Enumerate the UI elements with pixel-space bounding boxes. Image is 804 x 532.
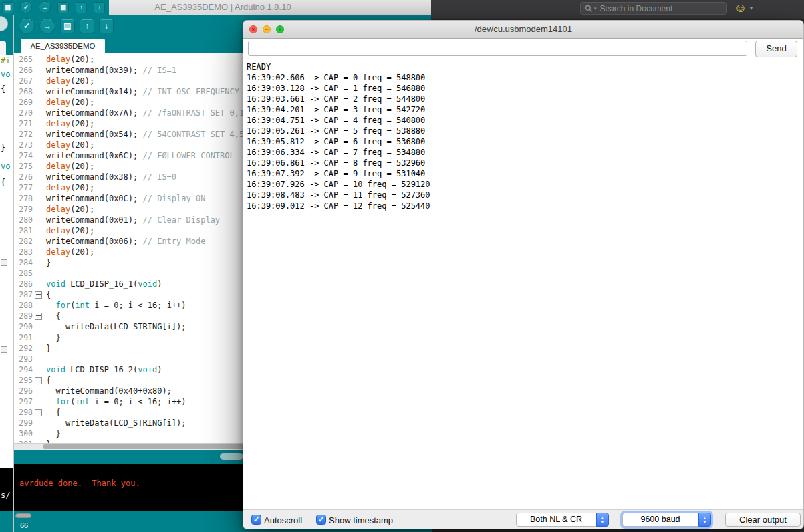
line-ending-dropdown[interactable]: Both NL & CR ▴▾: [516, 513, 609, 527]
emoji-smiley-icon[interactable]: ☺: [734, 1, 747, 15]
serial-output-line: 16:39:08.483 -> CAP = 11 freq = 527360: [247, 190, 801, 201]
serial-send-input[interactable]: [248, 41, 747, 56]
line-number: 268: [14, 87, 33, 96]
search-input[interactable]: ▾ Search in Document: [580, 2, 727, 15]
line-number: 270: [14, 108, 33, 118]
line-number: 295: [14, 376, 33, 385]
serial-output-line: 16:39:04.751 -> CAP = 4 freq = 540800: [247, 115, 801, 126]
code-text: delay(20);: [46, 54, 94, 65]
console-text-fragment: s/: [1, 491, 10, 500]
code-fold-icon[interactable]: [35, 313, 42, 320]
code-text: void LCD_DISP_16_2(void): [46, 364, 162, 375]
code-text: delay(20);: [46, 225, 94, 236]
line-number: 273: [14, 140, 33, 150]
line-number: 271: [14, 119, 33, 128]
background-editor-fragment: #ivo{}vo{: [0, 55, 13, 468]
search-options-caret-icon: ▾: [594, 6, 597, 11]
line-number-indicator: 66: [20, 521, 28, 529]
verify-button[interactable]: ✓: [19, 18, 35, 34]
show-timestamp-checkbox[interactable]: ✓: [316, 515, 326, 525]
upload-button[interactable]: →: [39, 18, 55, 34]
line-number: 288: [14, 301, 33, 310]
line-number: 266: [14, 65, 33, 75]
line-number: 296: [14, 386, 33, 396]
verify-button[interactable]: ✓: [20, 1, 32, 13]
new-sketch-button[interactable]: ▤: [57, 2, 69, 13]
background-app-toolbar: ▾ Search in Document ☺ ▾: [431, 0, 804, 20]
code-text: {: [46, 289, 51, 300]
serial-output-line: 16:39:03.661 -> CAP = 2 freq = 544800: [247, 94, 801, 104]
sketch-tab[interactable]: AE_AS3935DEMO: [21, 39, 105, 53]
code-fragment: vo: [1, 70, 10, 79]
clear-output-button[interactable]: Clear output: [725, 513, 801, 527]
send-button-label: Send: [766, 43, 786, 53]
code-text: }: [46, 343, 51, 354]
line-number: 292: [14, 344, 33, 353]
close-button[interactable]: ×: [249, 25, 257, 33]
serial-output-area[interactable]: READY16:39:02.606 -> CAP = 0 freq = 5488…: [247, 61, 801, 509]
code-fragment: [1, 259, 7, 266]
line-number: 272: [14, 130, 33, 139]
zoom-button[interactable]: +: [276, 25, 284, 33]
arduino-window-title: AE_AS3935DEMO | Arduino 1.8.10: [154, 2, 291, 12]
line-number: 277: [14, 183, 33, 192]
resize-grip: [220, 453, 243, 460]
new-sketch-button[interactable]: ▤: [60, 19, 75, 33]
serial-bottom-bar: ✓ Autoscroll ✓ Show timestamp Both NL & …: [243, 509, 803, 529]
screen: #ivo{}vo{ s/ AE_AS3935DEMO | Arduino 1.8…: [0, 0, 804, 532]
code-fold-icon[interactable]: [35, 409, 42, 416]
line-number: 290: [14, 322, 33, 331]
document-button[interactable]: ▤: [2, 2, 13, 13]
line-number: 300: [14, 429, 33, 438]
serial-window-title: /dev/cu.usbmodem14101: [475, 24, 572, 34]
save-button[interactable]: ↓: [99, 19, 114, 33]
serial-output-line: 16:39:06.334 -> CAP = 7 freq = 534880: [247, 147, 801, 158]
code-text: delay(20);: [46, 76, 94, 86]
new-sketch-icon: ▤: [63, 22, 71, 30]
background-window-edge[interactable]: #ivo{}vo{ s/: [0, 0, 13, 532]
line-number: 278: [14, 194, 33, 203]
code-text: writeCommand(0x14); // INT OSC FREQUENCY: [46, 86, 239, 97]
line-number: 274: [14, 151, 33, 160]
autoscroll-label[interactable]: Autoscroll: [264, 515, 302, 525]
code-text: writeData(LCD_STRING[i]);: [46, 418, 186, 428]
new-sketch-icon: ▤: [60, 5, 66, 11]
serial-output-line: 16:39:04.201 -> CAP = 3 freq = 542720: [247, 104, 801, 115]
serial-output-line: 16:39:07.926 -> CAP = 10 freq = 529120: [247, 179, 801, 190]
code-text: writeCommand(0x38); // IS=0: [46, 172, 176, 182]
dropdown-stepper-icon: ▴▾: [698, 513, 711, 527]
code-text: {: [46, 311, 61, 321]
serial-titlebar[interactable]: × − + /dev/cu.usbmodem14101: [243, 21, 803, 39]
open-button[interactable]: ↑: [76, 2, 87, 13]
sketch-tab-label: AE_AS3935DEMO: [30, 42, 95, 50]
code-fold-icon[interactable]: [35, 291, 42, 299]
code-text: }: [46, 332, 61, 343]
verify-icon: ✓: [23, 5, 29, 11]
line-number: 269: [14, 98, 33, 107]
save-button[interactable]: ↓: [94, 2, 105, 13]
show-timestamp-label[interactable]: Show timestamp: [329, 515, 393, 525]
code-fold-icon[interactable]: [35, 377, 42, 384]
console-output-text: avrdude done. Thank you.: [19, 479, 140, 488]
code-text: void LCD_DISP_16_1(void): [46, 279, 162, 289]
code-fragment: }: [1, 143, 5, 152]
serial-output-line: 16:39:07.392 -> CAP = 9 freq = 531040: [247, 168, 801, 179]
code-text: writeCommand(0x54); // 54CONTRAST SET 4,…: [46, 129, 254, 140]
open-button[interactable]: ↑: [80, 19, 94, 33]
code-text: delay(20);: [46, 204, 94, 215]
autoscroll-checkbox[interactable]: ✓: [251, 515, 261, 525]
line-number: 280: [14, 215, 33, 225]
code-fragment: {: [1, 84, 5, 94]
minimize-button[interactable]: −: [263, 25, 271, 33]
upload-icon: →: [43, 22, 51, 30]
upload-button[interactable]: →: [39, 1, 51, 13]
line-number: 286: [14, 279, 33, 289]
baud-rate-dropdown[interactable]: 9600 baud ▴▾: [622, 513, 711, 527]
send-button[interactable]: Send: [755, 41, 797, 57]
line-number: 297: [14, 397, 33, 406]
line-number: 282: [14, 237, 33, 246]
console-scrollbar-fragment[interactable]: [15, 513, 31, 518]
code-text: for(int i = 0; i < 16; i++): [46, 300, 186, 311]
code-text: delay(20);: [46, 182, 94, 193]
serial-output-line: 16:39:09.012 -> CAP = 12 freq = 525440: [247, 201, 801, 211]
